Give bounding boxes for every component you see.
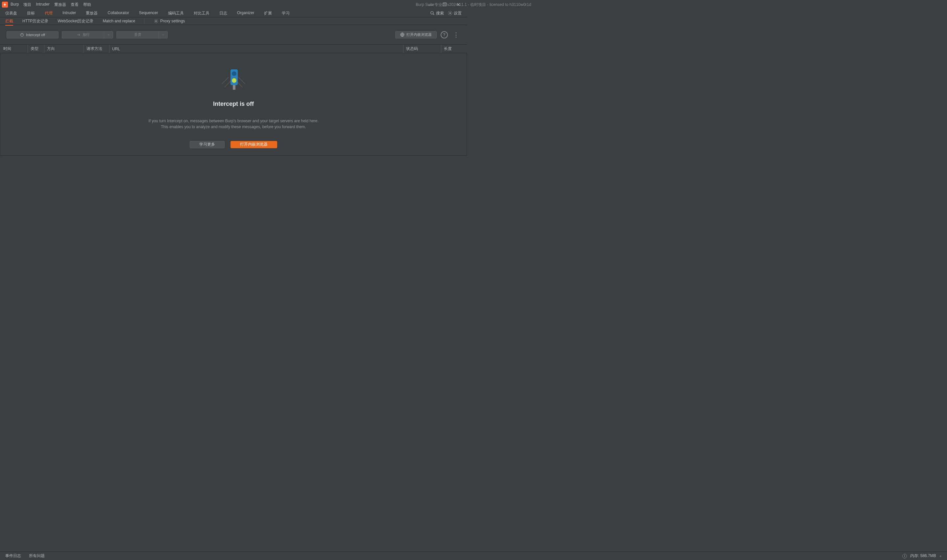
table-header: 时间 类型 方向 请求方法 URL 状态码 长度 [0,45,467,53]
gear-icon [154,19,158,23]
search-button[interactable]: 搜索 [430,11,444,16]
tab-intruder[interactable]: Intruder [63,9,76,17]
search-icon [430,11,435,15]
drop-button[interactable]: 丢弃 [116,31,159,38]
forward-label: 放行 [83,32,90,37]
right-tools: 搜索 设置 [430,11,462,16]
intercept-toggle-button[interactable]: Intercept off [6,31,59,38]
chevron-down-icon [162,33,165,37]
menu-repeater[interactable]: 重放器 [54,2,66,8]
globe-icon [400,32,405,37]
content-description: If you turn Intercept on, messages betwe… [148,118,318,130]
help-button[interactable]: ? [440,31,448,38]
svg-point-0 [431,11,433,14]
content-area: Intercept is off If you turn Intercept o… [0,53,467,156]
subtab-proxy-settings[interactable]: Proxy settings [154,18,185,24]
chevron-down-icon [107,33,110,37]
more-button[interactable]: ⋮ [452,31,460,38]
arrow-right-icon [77,33,80,37]
settings-label: 设置 [454,11,462,16]
search-label: 搜索 [436,11,444,16]
tab-organizer[interactable]: Organizer [237,9,254,17]
menu-view[interactable]: 查看 [71,2,79,8]
desc-line-2: This enables you to analyze and modify t… [148,124,318,130]
tab-sequencer[interactable]: Sequencer [139,9,158,17]
forward-dropdown-button[interactable] [104,31,113,38]
gear-icon [448,11,453,15]
th-method[interactable]: 请求方法 [84,45,109,53]
svg-point-3 [156,20,157,22]
tab-extensions[interactable]: 扩展 [264,9,272,17]
th-direction[interactable]: 方向 [45,45,84,53]
svg-point-2 [450,12,451,14]
drop-group: 丢弃 [116,31,168,38]
tab-learn[interactable]: 学习 [282,9,290,17]
toolbar: Intercept off 放行 丢弃 打开内嵌浏览器 ? ⋮ [0,25,467,45]
tab-comparer[interactable]: 对比工具 [194,9,209,17]
tab-target[interactable]: 目标 [27,9,35,17]
svg-point-14 [232,71,236,76]
divider [144,19,145,23]
tab-dashboard[interactable]: 仪表盘 [5,9,17,17]
menu-burp[interactable]: Burp [11,2,19,8]
open-browser-main-button[interactable]: 打开内嵌浏览器 [231,141,277,148]
toolbar-right: 打开内嵌浏览器 ? ⋮ [395,31,460,38]
tab-logger[interactable]: 日志 [219,9,227,17]
traffic-light-icon [219,68,248,91]
menu-help[interactable]: 帮助 [83,2,91,8]
content-buttons: 学习更多 打开内嵌浏览器 [190,141,277,148]
subtab-intercept[interactable]: 拦截 [5,17,13,26]
menu-bar: Burp 项目 Intruder 重放器 查看 帮助 [11,2,91,8]
drop-label: 丢弃 [134,32,142,37]
svg-line-10 [225,81,231,87]
open-browser-button[interactable]: 打开内嵌浏览器 [395,31,437,38]
main-tabs-bar: 仪表盘 目标 代理 Intruder 重放器 Collaborator Sequ… [0,9,467,17]
forward-group: 放行 [62,31,113,38]
window-title: Burp Suite专业版 v2024.11.1 - 临时项目 - licens… [416,2,467,8]
svg-line-11 [239,77,245,84]
forward-button[interactable]: 放行 [62,31,104,38]
th-time[interactable]: 时间 [0,45,28,53]
app-icon [2,2,8,8]
menu-project[interactable]: 项目 [23,2,31,8]
power-icon [20,33,24,37]
proxy-settings-label: Proxy settings [160,19,185,23]
subtab-match-replace[interactable]: Match and replace [103,18,136,24]
svg-point-15 [232,78,236,83]
svg-rect-16 [233,85,236,90]
svg-line-9 [222,77,228,84]
open-browser-label: 打开内嵌浏览器 [407,32,432,37]
tab-collaborator[interactable]: Collaborator [108,9,129,17]
menu-intruder[interactable]: Intruder [36,2,49,8]
sub-tabs-bar: 拦截 HTTP历史记录 WebSocket历史记录 Match and repl… [0,17,467,25]
content-title: Intercept is off [213,100,254,108]
tab-repeater[interactable]: 重放器 [86,9,98,17]
th-length[interactable]: 长度 [441,45,467,53]
th-type[interactable]: 类型 [28,45,45,53]
desc-line-1: If you turn Intercept on, messages betwe… [148,118,318,124]
tab-proxy[interactable]: 代理 [45,9,52,17]
subtab-websocket-history[interactable]: WebSocket历史记录 [57,17,93,25]
intercept-label: Intercept off [26,33,45,37]
th-status[interactable]: 状态码 [403,45,441,53]
titlebar: Burp 项目 Intruder 重放器 查看 帮助 Burp Suite专业版… [0,0,467,9]
th-url[interactable]: URL [109,45,403,53]
subtab-http-history[interactable]: HTTP历史记录 [22,17,48,25]
tab-decoder[interactable]: 编码工具 [168,9,184,17]
main-tabs: 仪表盘 目标 代理 Intruder 重放器 Collaborator Sequ… [5,9,290,17]
learn-more-button[interactable]: 学习更多 [190,141,225,148]
drop-dropdown-button[interactable] [159,31,168,38]
settings-button[interactable]: 设置 [448,11,462,16]
svg-line-1 [433,14,434,15]
